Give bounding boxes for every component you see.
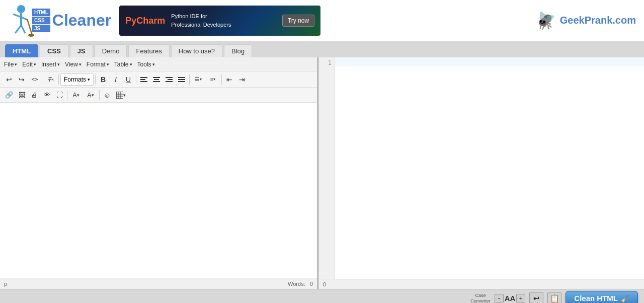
italic-button[interactable]: I: [110, 73, 122, 86]
output-highlight: [335, 57, 644, 66]
align-center-button[interactable]: [150, 73, 163, 86]
indent-button[interactable]: ⇥: [236, 73, 248, 86]
redo-button[interactable]: ↪: [16, 73, 28, 86]
logo-figure: [8, 4, 34, 37]
ad-product-name: PyCharm: [125, 16, 165, 25]
font-size-control: - AA +: [495, 294, 526, 303]
output-area: 1: [319, 57, 644, 279]
font-increase-button[interactable]: +: [516, 294, 525, 303]
link-button[interactable]: 🔗: [3, 89, 15, 101]
sep4: [136, 74, 136, 85]
editor-panel: File ▾ Edit ▾ Insert ▾ View ▾ Format ▾ T…: [0, 57, 318, 289]
ad-tagline2: Professional Developers: [171, 21, 276, 29]
outdent-button[interactable]: ⇤: [223, 73, 235, 86]
geekprank-text: GeekPrank.com: [560, 15, 636, 26]
clean-html-button[interactable]: Clean HTML 🧹: [566, 291, 638, 303]
ad-banner[interactable]: PyCharm Python IDE for Professional Deve…: [119, 6, 320, 36]
image-button[interactable]: 🖼: [16, 89, 28, 101]
bullet-list-button[interactable]: ☰▾: [191, 73, 205, 86]
tab-features[interactable]: Features: [128, 44, 169, 57]
font-decrease-button[interactable]: -: [495, 294, 504, 303]
copy-button[interactable]: 📋: [547, 292, 561, 304]
undo-button[interactable]: ↩: [3, 73, 15, 86]
font-size-label: AA: [505, 294, 516, 302]
sep1: [43, 74, 43, 85]
editor-status-bar: p Words: 0: [0, 278, 317, 289]
menu-table[interactable]: Table ▾: [114, 61, 132, 68]
logo-brand: HTML CSS JS: [32, 9, 50, 32]
sep3: [95, 74, 96, 85]
sep5: [189, 74, 190, 85]
output-textarea[interactable]: [335, 57, 644, 279]
ad-cta-button[interactable]: Try now: [282, 15, 314, 27]
menu-tools[interactable]: Tools ▾: [137, 61, 155, 68]
undo-output-button[interactable]: ↩: [529, 292, 543, 304]
fullscreen-button[interactable]: ⛶: [53, 89, 65, 101]
ad-tagline1: Python IDE for: [171, 12, 276, 21]
case-converter[interactable]: Case Converter: [470, 293, 491, 303]
source-button[interactable]: <>: [28, 73, 41, 86]
char-count: 0: [323, 281, 326, 287]
clear-format-button[interactable]: Tx: [45, 73, 57, 86]
sep8: [99, 90, 100, 100]
table-insert-button[interactable]: ▾: [114, 89, 128, 101]
tab-js[interactable]: JS: [70, 44, 93, 57]
case-converter-label2: Converter: [470, 298, 491, 304]
tab-demo[interactable]: Demo: [95, 44, 127, 57]
align-justify-button[interactable]: [176, 73, 188, 86]
clean-html-label: Clean HTML: [574, 294, 618, 302]
formats-dropdown[interactable]: Formats ▾: [60, 73, 94, 86]
bg-color-button[interactable]: A▾: [84, 89, 98, 101]
table-insert-icon: [116, 92, 123, 99]
tab-css[interactable]: CSS: [40, 44, 68, 57]
svg-line-4: [15, 25, 21, 33]
align-center-icon: [153, 77, 160, 83]
svg-rect-20: [116, 92, 123, 99]
svg-point-7: [28, 34, 34, 37]
case-converter-label: Case: [475, 293, 486, 298]
menu-format[interactable]: Format ▾: [87, 61, 109, 68]
logo[interactable]: HTML CSS JS Cleaner: [8, 4, 111, 37]
logo-tags-row: HTML CSS JS: [32, 9, 50, 32]
tab-howto[interactable]: How to use?: [171, 44, 222, 57]
logo-html-tag: HTML: [32, 9, 50, 16]
menu-bar: File ▾ Edit ▾ Insert ▾ View ▾ Format ▾ T…: [0, 57, 317, 71]
sep7: [67, 90, 67, 100]
menu-view[interactable]: View ▾: [65, 61, 82, 68]
menu-tools-arrow: ▾: [152, 62, 155, 67]
menu-insert-arrow: ▾: [57, 62, 60, 67]
svg-point-0: [17, 5, 25, 13]
svg-line-5: [21, 25, 25, 33]
line-numbers: 1: [319, 57, 335, 279]
align-right-button[interactable]: [163, 73, 175, 86]
output-content: [335, 57, 644, 279]
menu-edit[interactable]: Edit ▾: [22, 61, 36, 68]
menu-edit-arrow: ▾: [34, 62, 36, 67]
align-justify-icon: [178, 77, 185, 83]
bold-button[interactable]: B: [97, 73, 109, 86]
align-left-button[interactable]: [138, 73, 150, 86]
main-content: File ▾ Edit ▾ Insert ▾ View ▾ Format ▾ T…: [0, 57, 644, 289]
menu-insert[interactable]: Insert ▾: [41, 61, 60, 68]
menu-file[interactable]: File ▾: [4, 61, 17, 68]
font-color-button[interactable]: A▾: [69, 89, 83, 101]
menu-format-arrow: ▾: [107, 62, 109, 67]
menu-file-arrow: ▾: [15, 62, 17, 67]
print-button[interactable]: 🖨: [28, 89, 40, 101]
numbered-list-button[interactable]: ≡▾: [206, 73, 220, 86]
svg-line-6: [27, 19, 32, 35]
underline-button[interactable]: U: [122, 73, 134, 86]
geekprank-section[interactable]: 🪰 GeekPrank.com: [536, 11, 636, 30]
output-panel: 1 0: [319, 57, 644, 289]
sep2: [58, 74, 59, 85]
header: HTML CSS JS Cleaner PyCharm Python IDE f…: [0, 0, 644, 41]
tab-html[interactable]: HTML: [5, 44, 38, 57]
tab-blog[interactable]: Blog: [224, 44, 252, 57]
emoji-button[interactable]: ☺: [101, 89, 113, 101]
editor-content[interactable]: [0, 103, 317, 278]
nav-tabs: HTML CSS JS Demo Features How to use? Bl…: [0, 41, 644, 57]
sep6: [221, 74, 222, 85]
line-1: 1: [322, 59, 332, 66]
preview-button[interactable]: 👁: [41, 89, 53, 101]
logo-name: Cleaner: [52, 11, 111, 30]
